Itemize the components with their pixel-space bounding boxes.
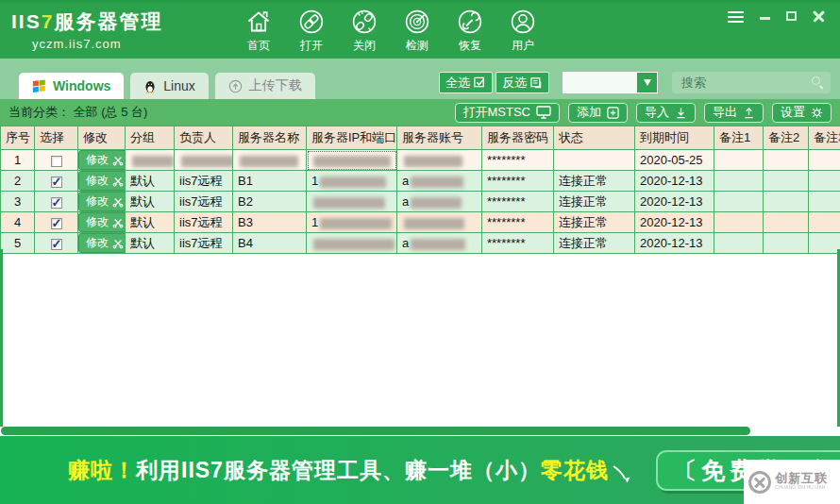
banner-main: 利用IIS7服务器管理工具、赚一堆（小） (136, 456, 541, 485)
nav-item-label: 检测 (406, 38, 428, 54)
col-header-6: 服务器IP和端口 (307, 126, 397, 150)
server-table: 序号选择修改分组负责人服务器名称服务器IP和端口服务器账号服务器密码状态到期时间… (0, 126, 840, 254)
nav-item-restore[interactable]: 恢复 (444, 6, 496, 54)
row-checkbox[interactable] (51, 239, 62, 250)
col-header-7: 服务器账号 (397, 126, 482, 150)
user-icon (510, 6, 536, 37)
col-header-5: 服务器名称 (233, 126, 307, 150)
cell-note2 (764, 192, 809, 212)
category-dropdown[interactable] (563, 72, 658, 93)
row-checkbox[interactable] (51, 156, 62, 167)
dropdown-arrow-icon[interactable] (637, 73, 657, 92)
redacted-ip (313, 156, 391, 167)
linux-penguin-icon (143, 79, 157, 93)
cell-modify: 修改 (78, 171, 126, 192)
add-button[interactable]: 添加 (568, 103, 628, 123)
watermark-title: 创新互联 (775, 472, 834, 485)
cell-group (126, 150, 175, 171)
windows-logo-icon (32, 79, 46, 93)
nav-item-detect[interactable]: 检测 (391, 6, 444, 54)
close-button[interactable] (813, 10, 825, 23)
wrench-icon (457, 6, 483, 37)
export-icon (743, 107, 755, 119)
modify-button[interactable]: 修改 (78, 171, 126, 191)
redacted-account (404, 218, 464, 229)
cell-note3 (809, 233, 840, 254)
cell-modify: 修改 (78, 233, 126, 254)
select-all-button[interactable]: 全选 (439, 72, 493, 93)
row-checkbox[interactable] (51, 197, 62, 209)
nav-item-label: 关闭 (353, 38, 376, 54)
open-mstsc-button[interactable]: 打开MSTSC (455, 103, 561, 123)
modify-button[interactable]: 修改 (78, 150, 126, 170)
cell-status (554, 150, 635, 171)
col-header-11: 备注1 (714, 126, 764, 150)
search-input[interactable] (672, 72, 831, 93)
upload-circle-icon (228, 79, 243, 93)
cell-modify: 修改 (78, 192, 126, 212)
modify-button[interactable]: 修改 (78, 233, 126, 253)
tab-upload[interactable]: 上传下载 (215, 73, 315, 99)
watermark-subtitle: CHUANG XIN HU LIAN (775, 485, 826, 491)
cell-ip (307, 150, 397, 171)
col-header-4: 负责人 (175, 126, 233, 150)
minimize-button[interactable] (760, 17, 770, 20)
import-button[interactable]: 导入 (636, 103, 696, 123)
cell-note1 (714, 212, 764, 233)
import-icon (675, 107, 687, 119)
table-row: 3修改默认iis7远程B2a********连接正常2020-12-13 (1, 192, 840, 212)
link-icon (298, 6, 325, 37)
modify-button[interactable]: 修改 (78, 212, 126, 232)
modify-button[interactable]: 修改 (78, 192, 126, 211)
redacted-account (404, 156, 462, 167)
table-header-row: 序号选择修改分组负责人服务器名称服务器IP和端口服务器账号服务器密码状态到期时间… (1, 126, 840, 150)
cell-expire: 2020-05-25 (635, 150, 714, 171)
col-header-13: 备注3 (809, 126, 840, 150)
cell-ip: 1 (307, 212, 397, 233)
row-checkbox[interactable] (51, 218, 62, 229)
main-nav: 首页打开关闭检测恢复用户 (232, 6, 549, 54)
cell-group: 默认 (126, 212, 175, 233)
nav-item-open[interactable]: 打开 (285, 6, 338, 54)
tab-label: Windows (53, 78, 110, 93)
cell-account: a (397, 192, 482, 212)
cell-no: 1 (1, 150, 35, 171)
row-checkbox[interactable] (51, 176, 62, 188)
cell-note2 (764, 233, 809, 254)
tab-windows[interactable]: Windows (19, 73, 124, 99)
search-icon (812, 76, 820, 85)
toolbar-buttons: 打开MSTSC添加导入导出设置 (455, 103, 832, 123)
cell-modify: 修改 (78, 212, 126, 233)
menu-icon[interactable] (728, 8, 744, 25)
settings-button[interactable]: 设置 (772, 103, 832, 123)
invert-select-button[interactable]: 反选 (496, 72, 549, 93)
cell-ip: 1 (307, 171, 397, 192)
toolbar-button-label: 导出 (713, 104, 737, 121)
redacted-name (240, 156, 298, 167)
cell-name: B1 (233, 171, 307, 192)
export-button[interactable]: 导出 (704, 103, 764, 123)
app-header: IIS7服务器管理 yczm.iis7.com 首页打开关闭检测恢复用户 (0, 0, 840, 59)
nav-item-close[interactable]: 关闭 (338, 6, 391, 54)
nav-item-label: 打开 (300, 38, 323, 54)
tab-linux[interactable]: Linux (130, 73, 208, 99)
nav-item-home[interactable]: 首页 (232, 6, 285, 54)
cell-group: 默认 (126, 192, 175, 212)
left-edge (0, 249, 3, 427)
col-header-10: 到期时间 (635, 126, 714, 150)
toolbar-button-label: 添加 (577, 104, 601, 121)
cell-note1 (714, 192, 764, 212)
col-header-3: 分组 (126, 126, 175, 150)
cell-owner: iis7远程 (175, 233, 233, 254)
cell-note3 (809, 171, 840, 192)
logo-subtitle: yczm.iis7.com (32, 37, 162, 51)
redacted-account (411, 197, 462, 209)
nav-item-user[interactable]: 用户 (496, 6, 549, 54)
cell-note1 (714, 233, 764, 254)
cell-account (397, 212, 482, 233)
maximize-button[interactable] (786, 11, 797, 21)
cell-status: 连接正常 (554, 212, 635, 233)
cell-name: B3 (233, 212, 307, 233)
category-label: 当前分类： 全部 (总 5 台) (8, 104, 147, 121)
cell-note2 (764, 171, 809, 192)
